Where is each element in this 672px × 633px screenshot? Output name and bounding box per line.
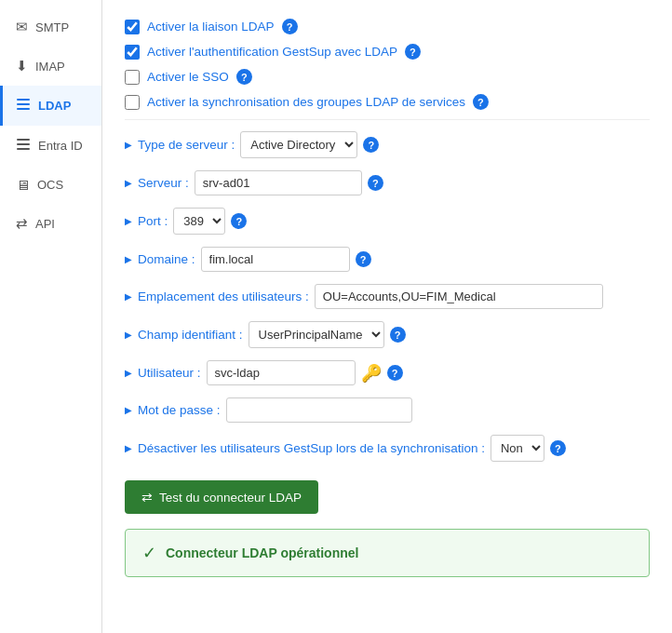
field-row-champ: ▶ Champ identifiant : UserPrincipalName … (125, 321, 650, 348)
arrow-type-icon: ▶ (125, 140, 132, 150)
sidebar-item-api[interactable]: ⇄ API (0, 204, 101, 243)
api-icon: ⇄ (16, 215, 28, 232)
help-champ-icon[interactable]: ? (390, 327, 406, 343)
user-label: Utilisateur : (138, 366, 201, 380)
ldap-icon (16, 97, 31, 114)
ocs-icon: 🖥 (16, 177, 30, 193)
svg-rect-1 (17, 103, 30, 105)
sidebar-label-api: API (35, 217, 55, 231)
sidebar-label-ldap: LDAP (38, 99, 71, 113)
sidebar-label-ocs: OCS (37, 178, 63, 192)
domain-label: Domaine : (138, 252, 195, 266)
svg-rect-2 (17, 108, 30, 110)
password-input[interactable] (226, 397, 412, 423)
server-label: Serveur : (138, 176, 189, 190)
svg-rect-5 (17, 148, 30, 150)
arrow-champ-icon: ▶ (125, 330, 132, 340)
sidebar-item-entra-id[interactable]: Entra ID (0, 126, 101, 166)
type-label: Type de serveur : (138, 138, 235, 152)
field-row-server: ▶ Serveur : ? (125, 170, 650, 195)
checkbox-liaison-label[interactable]: Activer la liaison LDAP (147, 20, 275, 34)
exchange-icon: ⇄ (141, 490, 153, 505)
sidebar-label-entra-id: Entra ID (38, 139, 83, 153)
arrow-password-icon: ▶ (125, 405, 132, 415)
deactivate-select[interactable]: Non Oui (491, 435, 544, 462)
test-button-label: Test du connecteur LDAP (159, 491, 302, 505)
checkbox-row-liaison: Activer la liaison LDAP ? (125, 19, 650, 34)
domain-input[interactable] (201, 247, 350, 272)
checkbox-sync-label[interactable]: Activer la synchronisation des groupes L… (147, 95, 465, 109)
help-liaison-icon[interactable]: ? (282, 19, 298, 34)
svg-rect-4 (17, 143, 30, 145)
help-user-icon[interactable]: ? (387, 365, 403, 381)
check-icon: ✓ (142, 543, 156, 563)
arrow-domain-icon: ▶ (125, 254, 132, 264)
help-type-icon[interactable]: ? (363, 137, 379, 153)
help-deactivate-icon[interactable]: ? (550, 440, 566, 456)
imap-icon: ⬇ (16, 58, 28, 74)
checkbox-auth[interactable] (125, 45, 140, 60)
server-input[interactable] (195, 170, 362, 195)
sidebar-item-smtp[interactable]: ✉ SMTP (0, 7, 101, 47)
help-port-icon[interactable]: ? (231, 213, 247, 229)
help-sso-icon[interactable]: ? (236, 69, 252, 85)
champ-select[interactable]: UserPrincipalName sAMAccountName (249, 321, 384, 348)
checkbox-row-sync: Activer la synchronisation des groupes L… (125, 94, 650, 110)
checkbox-row-sso: Activer le SSO ? (125, 69, 650, 85)
help-auth-icon[interactable]: ? (405, 44, 421, 60)
entra-id-icon (16, 137, 31, 155)
sidebar-item-ocs[interactable]: 🖥 OCS (0, 166, 101, 204)
checkbox-auth-label[interactable]: Activer l'authentification GestSup avec … (147, 45, 397, 59)
divider-1 (125, 119, 650, 120)
success-text: Connecteur LDAP opérationnel (166, 545, 358, 560)
sidebar-item-ldap[interactable]: LDAP (0, 86, 101, 126)
field-row-password: ▶ Mot de passe : (125, 397, 650, 423)
key-icon: 🔑 (361, 364, 382, 383)
main-content: Activer la liaison LDAP ? Activer l'auth… (102, 0, 672, 633)
smtp-icon: ✉ (16, 19, 28, 35)
help-server-icon[interactable]: ? (368, 175, 383, 191)
sidebar: ✉ SMTP ⬇ IMAP LDAP Entra ID 🖥 OCS ⇄ API (0, 0, 102, 633)
user-key-button[interactable]: 🔑 (361, 363, 382, 384)
help-sync-icon[interactable]: ? (473, 94, 489, 110)
svg-rect-0 (17, 99, 30, 101)
field-row-domain: ▶ Domaine : ? (125, 247, 650, 272)
checkbox-liaison[interactable] (125, 20, 140, 34)
arrow-deactivate-icon: ▶ (125, 443, 132, 453)
location-label: Emplacement des utilisateurs : (138, 290, 309, 303)
sidebar-label-smtp: SMTP (35, 20, 69, 34)
deactivate-label: Désactiver les utilisateurs GestSup lors… (138, 441, 485, 455)
user-input[interactable] (207, 360, 356, 385)
svg-rect-3 (17, 139, 30, 141)
port-label: Port : (138, 214, 168, 228)
champ-label: Champ identifiant : (138, 328, 243, 342)
sidebar-label-imap: IMAP (35, 60, 65, 74)
field-row-location: ▶ Emplacement des utilisateurs : (125, 284, 650, 309)
sidebar-item-imap[interactable]: ⬇ IMAP (0, 47, 101, 86)
checkbox-row-auth: Activer l'authentification GestSup avec … (125, 44, 650, 60)
arrow-server-icon: ▶ (125, 178, 132, 188)
checkbox-sso[interactable] (125, 70, 140, 85)
field-row-port: ▶ Port : 389 636 ? (125, 208, 650, 235)
field-row-user: ▶ Utilisateur : 🔑 ? (125, 360, 650, 385)
help-domain-icon[interactable]: ? (356, 251, 371, 267)
password-label: Mot de passe : (138, 403, 221, 417)
location-input[interactable] (315, 284, 603, 309)
arrow-port-icon: ▶ (125, 216, 132, 226)
field-row-type: ▶ Type de serveur : Active Directory Ope… (125, 131, 650, 158)
type-select[interactable]: Active Directory OpenLDAP (240, 131, 357, 158)
field-row-deactivate: ▶ Désactiver les utilisateurs GestSup lo… (125, 435, 650, 462)
port-select[interactable]: 389 636 (173, 208, 225, 235)
checkbox-sync[interactable] (125, 95, 140, 110)
success-banner: ✓ Connecteur LDAP opérationnel (125, 529, 650, 577)
arrow-location-icon: ▶ (125, 291, 132, 302)
arrow-user-icon: ▶ (125, 368, 132, 378)
test-connector-button[interactable]: ⇄ Test du connecteur LDAP (125, 480, 318, 514)
checkbox-sso-label[interactable]: Activer le SSO (147, 70, 229, 84)
